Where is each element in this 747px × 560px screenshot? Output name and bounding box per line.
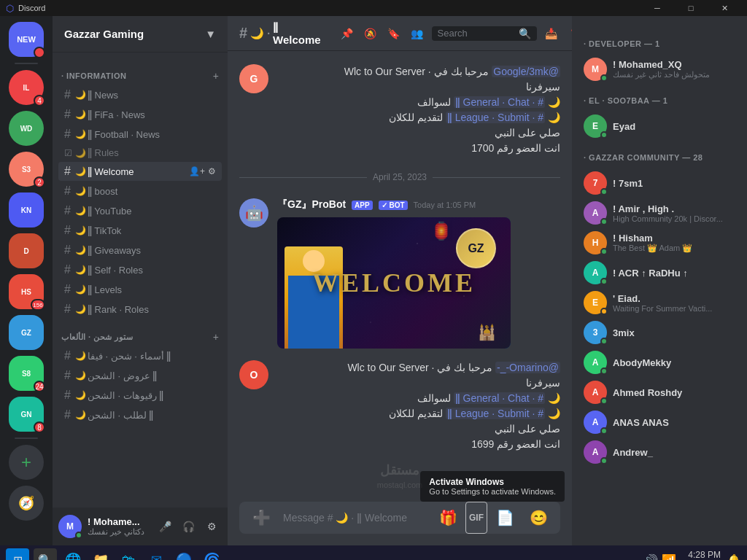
server-icon-3[interactable]: S3 2 (9, 152, 44, 187)
channel-store-2[interactable]: # 🌙 عروض · الشحن ǁ (58, 366, 222, 385)
channel-boost[interactable]: # 🌙 ǁ boost (58, 182, 222, 201)
gif-button[interactable]: GIF (465, 502, 487, 534)
member-mohamed-xq[interactable]: M ! Mohamed_XQ متحولش فاحد ثاني غير نفسك (578, 55, 741, 84)
lantern-1: 🏮 (430, 221, 452, 241)
member-andrew[interactable]: A Andrew_ (578, 438, 741, 467)
channel-store-3[interactable]: # 🌙 رقيوهات · الشحن ǁ (58, 386, 222, 405)
member-7sm1[interactable]: 7 ! 7sm1 (578, 168, 741, 198)
deafen-icon[interactable]: 🎧 (178, 516, 198, 537)
add-server-button[interactable]: + (9, 445, 44, 480)
member-ahmed[interactable]: A Ahmed Roshdy (578, 378, 741, 407)
search-box[interactable]: 🔍 (432, 26, 537, 41)
channel-mention-league[interactable]: # · ǁ League · Submit (446, 112, 545, 123)
windows-taskbar: ⊞ 🔍 🌐 📁 🛍 ✉ 🔵 🌀 🔊 📶 4:28 PM 4/25/2023 🔔 (0, 545, 747, 560)
online-dot-eyad (600, 131, 608, 139)
category-add-icon[interactable]: + (213, 70, 219, 82)
member-hisham[interactable]: H ! Hisham The Best 👑 Adam 👑 (578, 228, 741, 257)
taskbar-clock[interactable]: 4:28 PM 4/25/2023 (682, 550, 721, 560)
footer-icons: 🎤 🎧 ⚙ (155, 516, 222, 537)
member-status-eiad: Waiting For Summer Vacti... (613, 304, 735, 313)
server-icon-1[interactable]: IL 4 (9, 70, 44, 105)
minimize-button[interactable]: ─ (640, 0, 674, 16)
channel-self-roles[interactable]: # 🌙 ǁ Self · Roles (58, 260, 222, 279)
hash-icon-6: # (64, 184, 71, 198)
maximize-button[interactable]: □ (674, 0, 708, 16)
channel-giveaways[interactable]: # 🌙 ǁ Giveaways (58, 241, 222, 260)
search-input[interactable] (438, 28, 516, 39)
message-group-probot: 🤖 『GZ』ProBot APP ✓ BOT Today at 1:05 PM (239, 197, 560, 356)
taskbar-store[interactable]: 🛍 (117, 548, 140, 560)
member-anas[interactable]: A ANAS ANAS (578, 408, 741, 437)
channel-news[interactable]: # 🌙 ǁ News (58, 85, 222, 104)
mention-omarino[interactable]: @Omarino-_- (495, 362, 560, 373)
channel-mention-general-2[interactable]: # · ǁ General · Chat (454, 392, 545, 404)
server-icon-4[interactable]: KN (9, 192, 44, 228)
sidebar-footer: M ! Mohame... دكتاني خير نفسك 🎤 🎧 ⚙ (53, 508, 228, 545)
server-icon-6[interactable]: HS 156 (9, 274, 44, 309)
inbox-icon[interactable]: 📥 (543, 25, 560, 42)
mute-icon[interactable]: 🎤 (155, 516, 175, 537)
add-attachment-button[interactable]: ➕ (245, 502, 277, 534)
channel-youtube[interactable]: # 🌙 ǁ YouTube (58, 201, 222, 220)
channel-rules[interactable]: ☑ 🌙 ǁ Rules (58, 144, 222, 161)
member-abody[interactable]: A AbodyMekky (578, 348, 741, 377)
channel-mention-league-2[interactable]: # · ǁ League · Submit (446, 408, 545, 419)
server-icon-8[interactable]: S8 24 (9, 356, 44, 391)
member-eiad[interactable]: E ' Eiad. Waiting For Summer Vacti... (578, 288, 741, 317)
member-acr[interactable]: A ! ACR ↑ RaDHu ↑ (578, 258, 741, 287)
settings-icon[interactable]: ⚙ (208, 166, 216, 176)
taskbar-chrome[interactable]: 🌀 (200, 548, 223, 560)
server-header[interactable]: Gazzar Gaming ▼ (53, 16, 228, 52)
hash-icon-3: # (64, 128, 71, 141)
channel-header-dot: · (267, 28, 270, 39)
mention-google[interactable]: @Google/3mk (492, 66, 560, 77)
server-icon-9[interactable]: GN 8 (9, 397, 44, 432)
channel-welcome[interactable]: # 🌙 ǁ Welcome 👤+ ⚙ (58, 162, 222, 181)
taskbar-edge[interactable]: 🌐 (61, 548, 85, 560)
member-avatar-anas: A (584, 411, 607, 434)
taskbar-mail[interactable]: ✉ (144, 548, 168, 560)
pin-icon[interactable]: 📌 (338, 25, 356, 42)
online-dot-hisham (600, 248, 608, 255)
settings-icon[interactable]: ⚙ (201, 516, 222, 537)
channel-fifa-news[interactable]: # 🌙 ǁ FiFa · News (58, 105, 222, 124)
members-icon[interactable]: 👥 (409, 25, 426, 42)
search-taskbar-button[interactable]: 🔍 (34, 548, 57, 560)
channel-mention-general[interactable]: # · ǁ General · Chat (454, 96, 545, 108)
explore-icon[interactable]: 🧭 (9, 486, 44, 521)
taskbar-app1[interactable]: 🔵 (172, 548, 196, 560)
taskbar-notification[interactable]: 🔔 (727, 553, 741, 561)
server-icon-7[interactable]: GZ (9, 315, 44, 350)
server-icon-2[interactable]: WD (9, 111, 44, 146)
server-icon-new[interactable]: NEW (9, 22, 44, 57)
channel-football-news[interactable]: # 🌙 ǁ Football · News (58, 125, 222, 144)
member-3mix[interactable]: 3 3mix (578, 318, 741, 347)
close-button[interactable]: ✕ (708, 0, 741, 16)
channel-rank-roles[interactable]: # 🌙 ǁ Rank · Roles (58, 300, 222, 319)
channel-levels[interactable]: # 🌙 ǁ Levels (58, 280, 222, 299)
emoji-button[interactable]: 😊 (522, 502, 554, 534)
server-icon-5[interactable]: D (9, 233, 44, 268)
channel-store-4-name: لطلب · الشحن ǁ (88, 410, 216, 421)
start-button[interactable]: ⊞ (6, 548, 29, 560)
message-input[interactable] (283, 504, 426, 532)
taskbar-explorer[interactable]: 📁 (89, 548, 112, 560)
member-avatar-ahmed: A (584, 381, 607, 404)
member-eyad[interactable]: E Eyad (578, 112, 741, 141)
bell-slash-icon[interactable]: 🔕 (362, 25, 379, 42)
channel-store-4[interactable]: # 🌙 لطلب · الشحن ǁ (58, 405, 222, 424)
category-store-add-icon[interactable]: + (213, 331, 219, 343)
channel-store-1[interactable]: # 🌙 أسماء · شحن · فيفا ǁ (58, 346, 222, 365)
member-name-andrew: Andrew_ (613, 447, 735, 458)
member-amir[interactable]: A ! Amir , High . High Community 20k | D… (578, 198, 741, 228)
message-content-3: @Omarino-_- مرحبا بك في · Wlc to Our Ser… (277, 360, 560, 452)
channel-giveaways-name: ǁ Giveaways (88, 245, 216, 256)
add-member-icon[interactable]: 👤+ (189, 166, 205, 176)
hash-icon-16: # (64, 408, 71, 421)
category-information-header[interactable]: · INFORMATION + (58, 70, 222, 82)
sticker-icon[interactable]: 📄 (489, 502, 521, 534)
bookmark-icon[interactable]: 🔖 (385, 25, 403, 42)
channel-tiktok[interactable]: # 🌙 ǁ TikTok (58, 221, 222, 240)
category-store-header[interactable]: ستور شحن · الألعاب + (58, 331, 222, 343)
gift-icon[interactable]: 🎁 (432, 502, 464, 534)
